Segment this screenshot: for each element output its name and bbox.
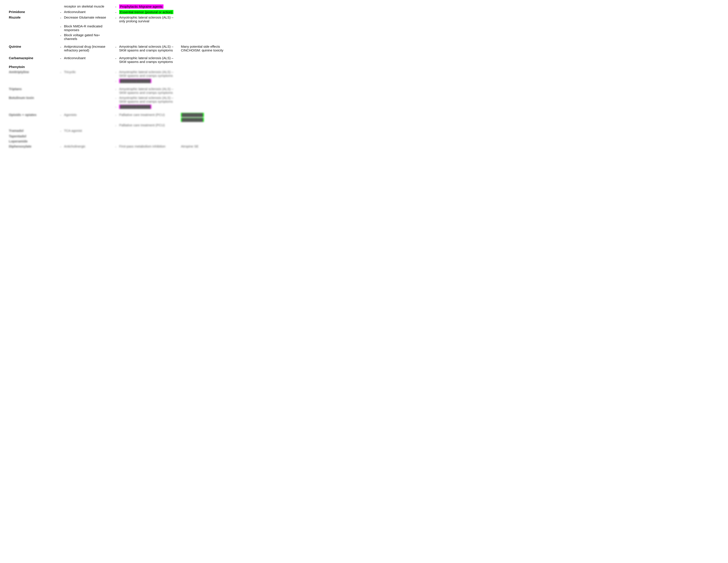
primidone-indication: Essential tremor (postural or action) [119,10,181,14]
riuzole-row: Riuzole - Decrease Glutamate release - A… [9,15,234,23]
opioids-notes: █████████ █████████ [181,113,229,122]
diphenoxylate-mechanism: Anticholinergic [64,144,113,148]
amitriptyline-mechanism: Tricyclic [64,70,113,74]
riuzole-mech-bullet-1: - [57,15,64,20]
quinine-drug: Quinine [9,45,57,48]
opioids-mechanism: Agonists [64,113,113,117]
diphenoxylate-notes: Atropine SE [181,144,229,148]
riuzole-ind-bullet: - [113,15,119,20]
triptans-drug: Triptans [9,87,57,91]
opioids-ind2-row: - Palliative care treatment (PCU) [9,123,234,127]
amitriptyline-drug: Amitriptyline [9,70,57,74]
carbamazepine-drug: Carbamazepine [9,56,57,60]
primidone-ind-bullet: - [113,10,119,14]
riuzole-mechanism-3: Block voltage gated Na+ channels [64,33,113,41]
phenytoin-row: Phenytoin [9,65,234,69]
botulinum-row: Botulinum toxin - Amyotrophic lateral sc… [9,96,234,103]
opioids-row: Opioids + opiates - Agonists - Palliativ… [9,113,234,122]
carbamazepine-mech-bullet: - [57,56,64,60]
diphenoxylate-drug: Diphenoxylate [9,144,57,148]
prophylactic-migraine-label: Prophylactic Migraine agents [119,4,163,9]
botulinum-ind2-row: - █████████████ [9,105,234,109]
quinine-mech-bullet: - [57,45,64,49]
quinine-indication: Amyotrophic lateral sclerosis (ALS) – SK… [119,45,181,52]
opioids-indication: Palliative care treatment (PCU) [119,113,181,117]
quinine-row: Quinine - Antiprotozoal drug (increase r… [9,45,234,52]
riuzole-mechanism-2: Block NMDA-R medicated responses [64,24,113,32]
primidone-drug: Primidone [9,10,57,14]
primidone-mech-bullet: - [57,10,64,14]
loperamide-drug: Loperamide [9,139,57,143]
riuzole-drug: Riuzole [9,15,57,19]
tramadol-mechanism: TCA agonist [64,129,113,132]
carbamazepine-mechanism: Anticonvulsant [64,56,113,60]
riuzole-mech-bullet-2: - [57,24,64,28]
diphenoxylate-indication: First-pass metabolism inhibition [119,144,181,148]
riuzole-mech-bullet-3: - [57,33,64,37]
main-table: receptor on skeletal muscle - Prophylact… [9,4,234,148]
tramadol-drug: Tramadol [9,129,57,132]
amitriptyline-indication: Amyotrophic lateral sclerosis (ALS) – SK… [119,70,181,77]
intro-ind-bullet: - [113,4,119,9]
tapentadol-row: Tapentadol [9,134,234,138]
primidone-mechanism: Anticonvulsant [64,10,113,14]
botulinum-drug: Botulinum toxin [9,96,57,100]
riuzole-indication: Amyotrophic lateral sclerosis (ALS) – on… [119,15,181,23]
tapentadol-drug: Tapentadol [9,134,57,138]
intro-row: receptor on skeletal muscle - Prophylact… [9,4,234,9]
riuzole-mech3-row: - Block voltage gated Na+ channels [9,33,234,41]
opioids-drug: Opioids + opiates [9,113,57,117]
quinine-note-1: Many potential side effects [181,45,228,48]
quinine-ind-bullet: - [113,45,119,49]
quinine-notes: Many potential side effects CINCHOISM: q… [181,45,229,52]
intro-indication: Prophylactic Migraine agents [119,4,181,9]
primidone-indication-label: Essential tremor (postural or action) [119,10,173,14]
intro-mechanism: receptor on skeletal muscle [64,4,113,8]
amitriptyline-row: Amitriptyline - Tricyclic - Amyotrophic … [9,70,234,77]
quinine-note-2: CINCHOISM: quinine toxicity [181,48,228,52]
diphenoxylate-row: Diphenoxylate - Anticholinergic - First-… [9,144,234,148]
riuzole-mech2-row: - Block NMDA-R medicated responses [9,24,234,32]
carbamazepine-ind-bullet: - [113,56,119,60]
loperamide-row: Loperamide [9,139,234,143]
carbamazepine-indication: Amyotrophic lateral sclerosis (ALS) – SK… [119,56,181,64]
tramadol-row: Tramadol - TCA agonist [9,129,234,133]
primidone-row: Primidone - Anticonvulsant - Essential t… [9,10,234,14]
triptans-row: Triptans - Amyotrophic lateral sclerosis… [9,87,234,94]
amitriptyline-ind2-row: - █████████████ [9,79,234,83]
phenytoin-drug: Phenytoin [9,65,57,69]
carbamazepine-row: Carbamazepine - Anticonvulsant - Amyotro… [9,56,234,64]
quinine-mechanism: Antiprotozoal drug (increase refractory … [64,45,113,52]
riuzole-mechanism-1: Decrease Glutamate release [64,15,113,19]
